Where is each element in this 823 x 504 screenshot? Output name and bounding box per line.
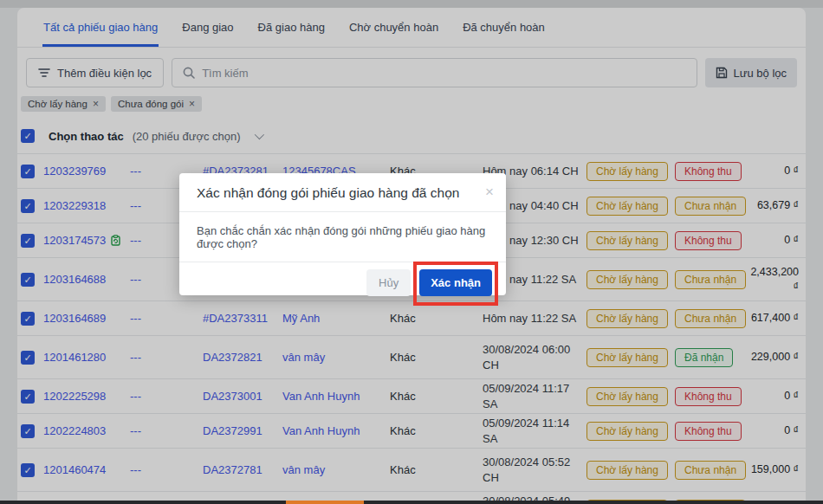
confirm-button-wrap: Xác nhận xyxy=(419,269,492,296)
cancel-button[interactable]: Hủy xyxy=(366,269,411,296)
confirm-packing-modal: Xác nhận đóng gói phiếu giao hàng đã chọ… xyxy=(179,173,506,295)
modal-header: Xác nhận đóng gói phiếu giao hàng đã chọ… xyxy=(179,173,506,212)
confirm-button[interactable]: Xác nhận xyxy=(419,269,492,296)
modal-message: Bạn chắc chắn xác nhận đóng gói những ph… xyxy=(179,212,506,262)
modal-title: Xác nhận đóng gói phiếu giao hàng đã chọ… xyxy=(197,185,489,201)
screen-bottom-edge-highlight xyxy=(286,501,364,504)
screen-bottom-edge xyxy=(0,501,823,504)
delivery-orders-page: Tất cả phiếu giao hàng Đang giao Đã giao… xyxy=(0,0,823,504)
close-icon[interactable]: × xyxy=(485,184,494,201)
modal-footer: Hủy Xác nhận xyxy=(179,262,506,302)
